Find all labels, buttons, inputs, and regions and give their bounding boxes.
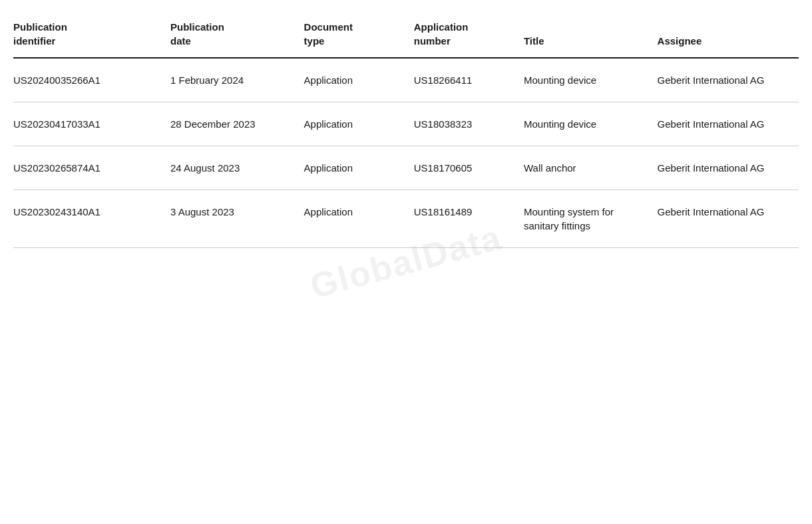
title-cell: Mounting device (524, 102, 658, 146)
pub-id-cell: US20230265874A1 (13, 146, 170, 190)
page-container: GlobalData Publication identifier Public… (0, 0, 812, 524)
pub-id-cell: US20230417033A1 (13, 102, 170, 146)
app-num-cell: US18266411 (414, 58, 524, 102)
pub-id-cell: US20230243140A1 (13, 190, 170, 248)
col-header-doc-type: Document type (304, 20, 414, 58)
assignee-cell: Geberit International AG (658, 190, 799, 248)
table-row: US20230417033A128 December 2023Applicati… (13, 102, 799, 146)
table-header-row: Publication identifier Publication date … (13, 20, 799, 58)
title-cell: Mounting device (524, 58, 658, 102)
assignee-cell: Geberit International AG (658, 58, 799, 102)
title-cell: Wall anchor (524, 146, 658, 190)
col-header-pub-date: Publication date (170, 20, 304, 58)
pub-date-cell: 1 February 2024 (170, 58, 304, 102)
pub-date-cell: 3 August 2023 (170, 190, 304, 248)
assignee-cell: Geberit International AG (658, 102, 799, 146)
pub-id-cell: US20240035266A1 (13, 58, 170, 102)
title-cell: Mounting system for sanitary fittings (524, 190, 658, 248)
app-num-cell: US18038323 (414, 102, 524, 146)
doc-type-cell: Application (304, 146, 414, 190)
pub-date-cell: 24 August 2023 (170, 146, 304, 190)
assignee-cell: Geberit International AG (658, 146, 799, 190)
col-header-pub-id: Publication identifier (13, 20, 170, 58)
table-row: US20240035266A11 February 2024Applicatio… (13, 58, 799, 102)
doc-type-cell: Application (304, 102, 414, 146)
app-num-cell: US18161489 (414, 190, 524, 248)
table-row: US20230265874A124 August 2023Application… (13, 146, 799, 190)
table-row: US20230243140A13 August 2023ApplicationU… (13, 190, 799, 248)
app-num-cell: US18170605 (414, 146, 524, 190)
pub-date-cell: 28 December 2023 (170, 102, 304, 146)
col-header-assignee: Assignee (658, 20, 799, 58)
doc-type-cell: Application (304, 58, 414, 102)
results-table: Publication identifier Publication date … (13, 20, 799, 248)
col-header-app-num: Application number (414, 20, 524, 58)
col-header-title: Title (524, 20, 658, 58)
doc-type-cell: Application (304, 190, 414, 248)
